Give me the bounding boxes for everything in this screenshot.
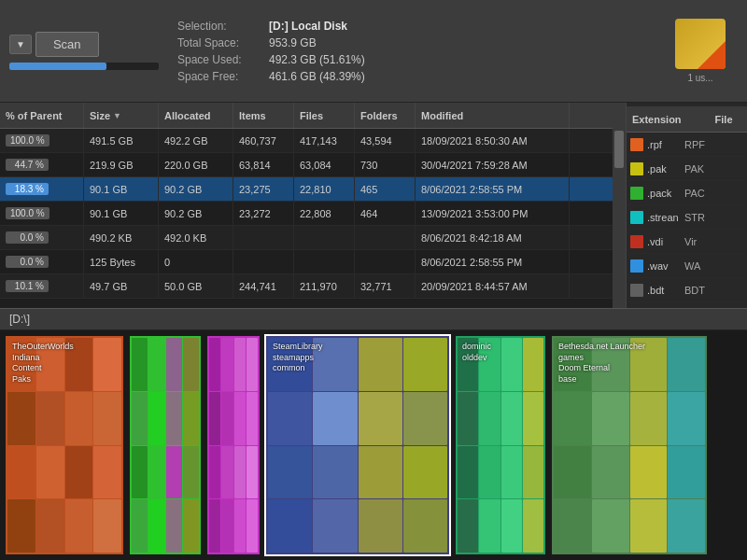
- treemap-label: Bethesda.net Launcher games Doom Eternal…: [556, 340, 648, 387]
- treemap-block-bethesda[interactable]: Bethesda.net Launcher games Doom Eternal…: [550, 334, 709, 556]
- cell-files: 22,810: [294, 177, 355, 201]
- ext-name: .pack: [647, 188, 681, 199]
- ext-name: .strean: [647, 212, 681, 223]
- table-row[interactable]: 0.0 % 490.2 KB 492.0 KB 8/06/2021 8:42:1…: [0, 226, 613, 250]
- col-header-parent[interactable]: % of Parent: [0, 103, 84, 128]
- cell-folders: 465: [355, 177, 416, 201]
- cell-items: 23,275: [233, 177, 294, 201]
- cell-files: [294, 226, 355, 249]
- app-icon: [675, 19, 726, 69]
- ext-file-label: PAK: [684, 163, 704, 175]
- table-row[interactable]: 18.3 % 90.1 GB 90.2 GB 23,275 22,810 465…: [0, 177, 613, 202]
- cell-modified: 8/06/2021 2:58:55 PM: [416, 250, 570, 273]
- ext-row[interactable]: .pak PAK: [627, 157, 747, 181]
- ext-file-label: STR: [684, 212, 705, 223]
- cell-files: 22,808: [294, 202, 355, 225]
- ext-color-swatch: [630, 284, 643, 297]
- cell-folders: 43,594: [355, 129, 416, 152]
- cell-modified: 8/06/2021 8:42:18 AM: [416, 226, 570, 249]
- ext-file-label: Vir: [684, 236, 697, 247]
- cell-items: 23,272: [233, 202, 294, 225]
- dropdown-arrow-button[interactable]: ▼: [9, 35, 32, 54]
- col-header-files[interactable]: Files: [294, 103, 355, 128]
- ext-row[interactable]: .wav WA: [627, 254, 747, 278]
- table-row[interactable]: 100.0 % 90.1 GB 90.2 GB 23,272 22,808 46…: [0, 202, 613, 226]
- treemap-block-dominic[interactable]: dominic olddev: [454, 334, 547, 556]
- toolbar-right: 1 us...: [663, 7, 738, 94]
- cell-modified: 20/09/2021 8:44:57 AM: [416, 274, 570, 298]
- total-space-value: 953.9 GB: [269, 36, 317, 49]
- cell-parent: 0.0 %: [0, 226, 84, 249]
- ext-row[interactable]: .vdi Vir: [627, 230, 747, 254]
- cell-size: 490.2 KB: [84, 226, 159, 249]
- ext-file-label: PAC: [684, 188, 705, 199]
- ext-row[interactable]: .rpf RPF: [627, 133, 747, 157]
- selection-value: [D:] Local Disk: [269, 20, 347, 33]
- breadcrumb-bar: [D:\]: [0, 308, 747, 330]
- ext-name: .wav: [647, 260, 681, 272]
- cell-size: 491.5 GB: [84, 129, 159, 152]
- table-row[interactable]: 10.1 % 49.7 GB 50.0 GB 244,741 211,970 3…: [0, 274, 613, 299]
- user-text: 1 us...: [687, 73, 712, 83]
- col-header-size[interactable]: Size ▼: [84, 103, 159, 128]
- ext-color-swatch: [630, 187, 643, 200]
- treemap-block-outerworlds[interactable]: TheOuterWorlds Indiana Content Paks: [4, 334, 125, 556]
- toolbar: ▼ Scan Selection: [D:] Local Disk Total …: [0, 0, 747, 103]
- treemap-block-steamlibrary[interactable]: SteamLibrary steamapps common: [264, 334, 451, 556]
- ext-color-swatch: [630, 235, 643, 248]
- col-header-items[interactable]: Items: [233, 103, 294, 128]
- ext-name: .rpf: [647, 139, 681, 150]
- dropdown-scan-row: ▼ Scan: [9, 32, 159, 57]
- selection-label: Selection:: [177, 20, 261, 33]
- cell-folders: [355, 250, 416, 273]
- cell-folders: 32,771: [355, 274, 416, 298]
- scrollbar[interactable]: [613, 103, 626, 308]
- ext-color-swatch: [630, 162, 643, 175]
- ext-rows: .rpf RPF .pak PAK .pack PAC .strean STR …: [627, 133, 747, 302]
- cell-size: 219.9 GB: [84, 153, 159, 176]
- scrollbar-thumb[interactable]: [614, 131, 624, 168]
- ext-name: .vdi: [647, 236, 681, 247]
- treemap-block-block2[interactable]: [128, 334, 203, 556]
- cell-files: 417,143: [294, 129, 355, 152]
- col-header-allocated[interactable]: Allocated: [159, 103, 233, 128]
- cell-parent: 44.7 %: [0, 153, 84, 176]
- ext-row[interactable]: .strean STR: [627, 205, 747, 230]
- cell-items: 63,814: [233, 153, 294, 176]
- progress-bar-container: [9, 63, 159, 70]
- cell-items: [233, 226, 294, 249]
- ext-row[interactable]: .bdt BDT: [627, 278, 747, 302]
- treemap-container: TheOuterWorlds Indiana Content PaksSteam…: [0, 330, 747, 560]
- col-header-modified[interactable]: Modified: [416, 103, 570, 128]
- cell-items: 460,737: [233, 129, 294, 152]
- cell-modified: 30/04/2021 7:59:28 AM: [416, 153, 570, 176]
- cell-folders: [355, 226, 416, 249]
- cell-files: [294, 250, 355, 273]
- cell-alloc: 0: [159, 250, 233, 273]
- table-row[interactable]: 44.7 % 219.9 GB 220.0 GB 63,814 63,084 7…: [0, 153, 613, 177]
- scan-button[interactable]: Scan: [35, 32, 99, 57]
- ext-color-swatch: [630, 138, 643, 151]
- space-free-label: Space Free:: [177, 70, 261, 83]
- cell-size: 90.1 GB: [84, 177, 159, 201]
- cell-modified: 18/09/2021 8:50:30 AM: [416, 129, 570, 152]
- treemap-label: TheOuterWorlds Indiana Content Paks: [9, 340, 77, 387]
- treemap-section: TheOuterWorlds Indiana Content PaksSteam…: [0, 330, 747, 560]
- ext-row[interactable]: .pack PAC: [627, 181, 747, 205]
- treemap-label: dominic olddev: [459, 340, 494, 365]
- cell-parent: 100.0 %: [0, 129, 84, 152]
- table-row[interactable]: 100.0 % 491.5 GB 492.2 GB 460,737 417,14…: [0, 129, 613, 153]
- col-header-folders[interactable]: Folders: [355, 103, 416, 128]
- cell-modified: 13/09/2021 3:53:00 PM: [416, 202, 570, 225]
- total-space-row: Total Space: 953.9 GB: [177, 36, 654, 49]
- cell-size: 49.7 GB: [84, 274, 159, 298]
- ext-file-label: RPF: [684, 139, 705, 150]
- treemap-block-block3[interactable]: [205, 334, 261, 556]
- cell-alloc: 220.0 GB: [159, 153, 233, 176]
- cell-folders: 464: [355, 202, 416, 225]
- space-free-row: Space Free: 461.6 GB (48.39%): [177, 70, 654, 83]
- table-row[interactable]: 0.0 % 125 Bytes 0 8/06/2021 2:58:55 PM: [0, 250, 613, 274]
- ext-file-label: BDT: [684, 285, 705, 296]
- cell-alloc: 50.0 GB: [159, 274, 233, 298]
- table-body: 100.0 % 491.5 GB 492.2 GB 460,737 417,14…: [0, 129, 613, 299]
